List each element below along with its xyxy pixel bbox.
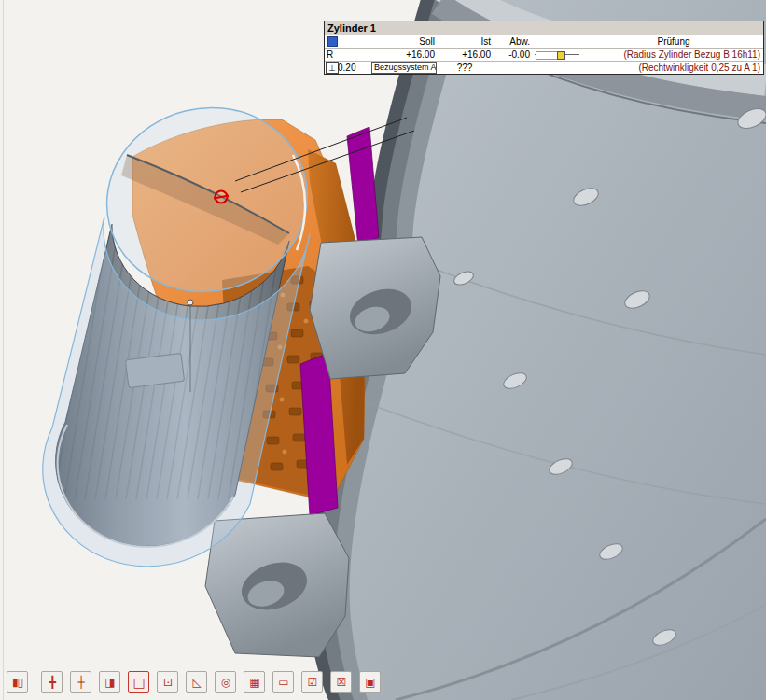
zoom-feature-icon: ⊡ [163, 677, 172, 688]
cylinder-feature-overlay[interactable] [43, 87, 327, 567]
tolerance-bar [535, 49, 581, 60]
view-toolbar: ▮▯ ╋ ┼ ◨ □ ⊡ ◺ ◎ ▦ ▭ ☑ ☒ ▣ [7, 671, 381, 693]
deviation-marker-square [557, 51, 565, 60]
col-header-soll: Soll [340, 36, 437, 47]
color-mode-button[interactable]: ▣ [359, 671, 381, 693]
split-view-icon: ▮▯ [12, 677, 22, 688]
perpendicularity-ist-value: ??? [437, 63, 493, 73]
radius-soll-value: +16.00 [340, 49, 437, 60]
clearance-plane-button[interactable]: ◺ [186, 671, 207, 693]
zoom-feature-button[interactable]: ⊡ [157, 671, 178, 693]
probe-direction-button[interactable]: ┼ [70, 671, 91, 693]
discard-icon: ☒ [337, 677, 346, 688]
point-grid-button[interactable]: ▦ [244, 671, 265, 693]
cad-window: Zylinder 1 Soll Ist Abw. Prüfung R +16.0… [0, 0, 766, 700]
col-header-ist: Ist [437, 36, 493, 47]
col-header-abw: Abw. [493, 36, 532, 47]
split-view-button[interactable]: ▮▯ [7, 671, 28, 693]
discard-button[interactable]: ☒ [330, 671, 352, 693]
deviation-marker[interactable] [214, 191, 229, 203]
probe-sphere-icon: ◎ [221, 677, 230, 688]
radius-pruefung-text: (Radius Zylinder Bezug B 16h11) [584, 49, 763, 60]
view-half-button[interactable]: ◨ [99, 671, 120, 693]
radius-ist-value: +16.00 [437, 49, 493, 60]
color-mode-icon: ▣ [365, 677, 374, 688]
accept-button[interactable]: ☑ [301, 671, 323, 693]
zoom-window-button[interactable]: □ [128, 671, 149, 693]
perpendicularity-icon: ⊥ [326, 62, 339, 74]
clearance-plane-icon: ◺ [192, 677, 200, 688]
col-header-pruefung: Prüfung [584, 36, 763, 47]
view-half-icon: ◨ [104, 677, 114, 688]
measurement-panel[interactable]: Zylinder 1 Soll Ist Abw. Prüfung R +16.0… [324, 21, 764, 75]
feature-title[interactable]: Zylinder 1 [325, 21, 763, 35]
probe-position-icon: ╋ [49, 677, 54, 688]
perpendicularity-pruefung-text: (Rechtwinkligkeit 0,25 zu A 1) [584, 63, 763, 73]
probe-direction-icon: ┼ [77, 677, 83, 688]
selection-frame-icon: ▭ [278, 677, 287, 688]
probe-sphere-button[interactable]: ◎ [215, 671, 236, 693]
cylinder-feature-icon [327, 36, 338, 47]
cad-viewport[interactable] [0, 0, 766, 700]
panel-header-row: Soll Ist Abw. Prüfung [325, 35, 763, 49]
point-grid-icon: ▦ [249, 677, 258, 688]
radius-result-row[interactable]: R +16.00 +16.00 -0.00 (Radius Zylinder B… [325, 49, 763, 62]
perpendicularity-tolerance: 0.20 [338, 63, 371, 73]
probe-position-button[interactable]: ╋ [41, 671, 63, 693]
accept-icon: ☑ [308, 677, 317, 688]
selection-frame-button[interactable]: ▭ [272, 671, 294, 693]
radius-symbol: R [325, 49, 340, 60]
datum-reference: Bezugssystem A [371, 62, 437, 74]
perpendicularity-result-row[interactable]: ⊥ 0.20 Bezugssystem A ??? (Rechtwinkligk… [325, 62, 763, 74]
radius-abw-value: -0.00 [493, 49, 532, 60]
zoom-window-icon: □ [132, 676, 144, 689]
